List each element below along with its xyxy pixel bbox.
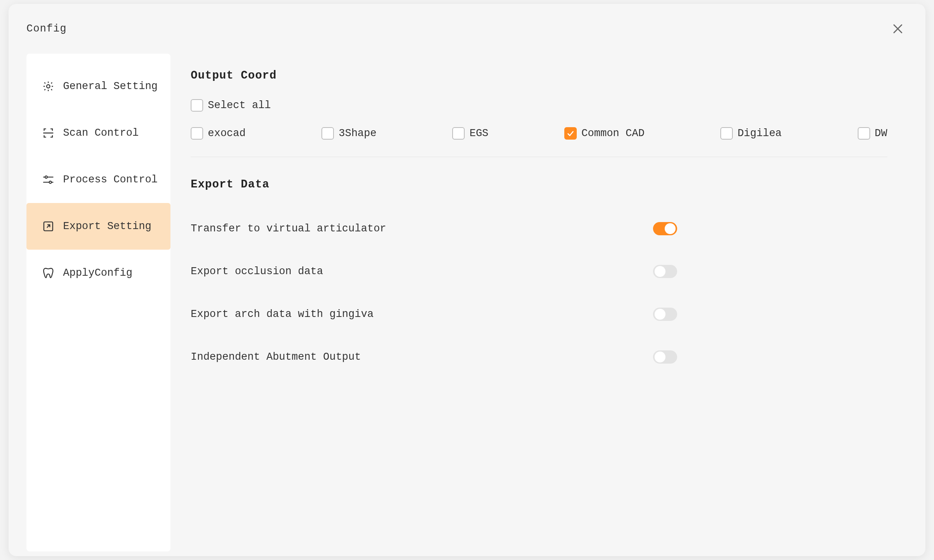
checkbox-box xyxy=(452,127,465,140)
svg-point-2 xyxy=(47,85,50,88)
checkbox-label: exocad xyxy=(208,128,246,139)
main-panel: Output Coord Select all exocad xyxy=(170,54,908,551)
toggle-row-independent-abutment: Independent Abutment Output xyxy=(191,350,677,364)
sliders-icon xyxy=(42,173,54,186)
sidebar-item-label: Export Setting xyxy=(63,220,151,232)
sidebar-item-export-setting[interactable]: Export Setting xyxy=(26,203,170,250)
sidebar-item-scan-control[interactable]: Scan Control xyxy=(26,110,170,156)
checkbox-box xyxy=(191,99,203,112)
toggle-label: Export arch data with gingiva xyxy=(191,308,374,320)
export-data-title: Export Data xyxy=(191,178,887,191)
export-icon xyxy=(42,220,54,233)
sidebar-item-process-control[interactable]: Process Control xyxy=(26,156,170,203)
dialog-title: Config xyxy=(26,23,67,35)
checkbox-egs[interactable]: EGS xyxy=(452,127,488,140)
sidebar-item-label: Process Control xyxy=(63,174,158,186)
checkbox-exocad[interactable]: exocad xyxy=(191,127,246,140)
sidebar-item-apply-config[interactable]: ApplyConfig xyxy=(26,250,170,296)
checkbox-label: Common CAD xyxy=(581,128,644,139)
sidebar-item-general-setting[interactable]: General Setting xyxy=(26,63,170,110)
checkbox-box xyxy=(191,127,203,140)
checkbox-label: EGS xyxy=(469,128,488,139)
checkbox-3shape[interactable]: 3Shape xyxy=(321,127,376,140)
output-coord-options: exocad 3Shape EGS xyxy=(191,127,887,157)
checkbox-label: 3Shape xyxy=(339,128,376,139)
toggle-independent-abutment[interactable] xyxy=(653,350,677,364)
toggle-occlusion[interactable] xyxy=(653,265,677,278)
checkbox-dw[interactable]: DW xyxy=(858,127,887,140)
scan-icon xyxy=(42,127,54,139)
close-icon[interactable] xyxy=(891,22,904,35)
tooth-icon xyxy=(42,267,54,279)
svg-point-7 xyxy=(49,181,51,184)
checkbox-label: Select all xyxy=(208,100,271,111)
checkbox-box xyxy=(858,127,870,140)
sidebar-item-label: Scan Control xyxy=(63,127,139,139)
checkbox-common-cad[interactable]: Common CAD xyxy=(564,127,644,140)
toggle-row-occlusion: Export occlusion data xyxy=(191,265,677,278)
checkbox-select-all[interactable]: Select all xyxy=(191,99,271,112)
svg-point-5 xyxy=(45,176,47,178)
gear-icon xyxy=(42,80,54,93)
dialog-header: Config xyxy=(9,4,925,54)
dialog-content: General Setting Scan Control xyxy=(9,54,925,551)
checkbox-digilea[interactable]: Digilea xyxy=(720,127,781,140)
toggle-row-arch-gingiva: Export arch data with gingiva xyxy=(191,308,677,321)
sidebar-item-label: ApplyConfig xyxy=(63,267,132,279)
toggle-arch-gingiva[interactable] xyxy=(653,308,677,321)
checkbox-box xyxy=(720,127,733,140)
checkbox-label: Digilea xyxy=(737,128,781,139)
toggle-label: Transfer to virtual articulator xyxy=(191,223,386,234)
config-dialog: Config General Setting xyxy=(9,4,925,556)
checkbox-label: DW xyxy=(875,128,887,139)
toggle-label: Independent Abutment Output xyxy=(191,351,361,363)
checkbox-box xyxy=(564,127,577,140)
toggle-row-virtual-articulator: Transfer to virtual articulator xyxy=(191,222,677,235)
toggle-virtual-articulator[interactable] xyxy=(653,222,677,235)
toggle-label: Export occlusion data xyxy=(191,266,323,277)
output-coord-title: Output Coord xyxy=(191,69,887,82)
sidebar: General Setting Scan Control xyxy=(26,54,170,551)
checkbox-box xyxy=(321,127,334,140)
sidebar-item-label: General Setting xyxy=(63,80,158,92)
